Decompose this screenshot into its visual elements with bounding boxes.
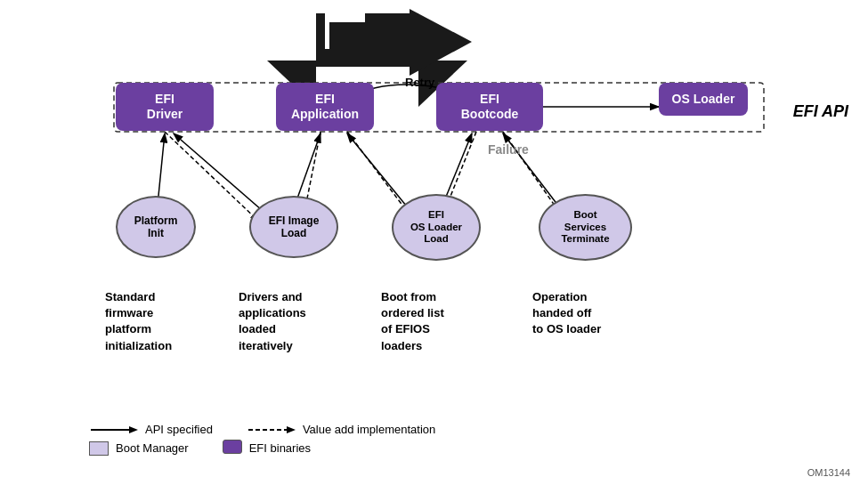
om-label: OM13144: [807, 467, 850, 478]
desc-standard-firmware: Standardfirmwareplatforminitialization: [105, 289, 230, 354]
solid-arrow-icon: [89, 424, 138, 436]
legend-row-boxes: Boot Manager EFI binaries: [89, 440, 435, 457]
efi-api-label: EFI API: [793, 102, 848, 121]
legend-dashed-label: Value add implementation: [303, 423, 435, 436]
efi-os-loader-load-ellipse: EFIOS LoaderLoad: [392, 194, 481, 261]
efi-bootcode-box: EFI Bootcode: [436, 83, 543, 131]
legend: API specified Value add implementation B…: [89, 423, 435, 460]
legend-solid-label: API specified: [145, 423, 213, 436]
desc-operation-handed-off: Operationhanded offto OS loader: [532, 289, 675, 338]
svg-marker-16: [329, 9, 472, 76]
legend-efi-binaries-label: EFI binaries: [249, 441, 311, 455]
legend-row-solid: API specified Value add implementation: [89, 423, 435, 436]
light-box-icon: [89, 441, 109, 456]
retry-label: Retry: [405, 76, 434, 89]
svg-marker-18: [129, 426, 138, 433]
dark-box-icon: [223, 440, 242, 454]
desc-boot-from: Boot fromordered listof EFIOSloaders: [381, 289, 519, 354]
os-loader-box: OS Loader: [659, 83, 748, 116]
dashed-arrow-icon: [247, 424, 296, 436]
efi-driver-box: EFI Driver: [116, 83, 214, 131]
efi-image-load-ellipse: EFI ImageLoad: [249, 196, 338, 258]
desc-drivers-applications: Drivers andapplicationsloadediteratively: [239, 289, 372, 354]
svg-marker-20: [287, 426, 296, 433]
efi-application-box: EFI Application: [276, 83, 374, 131]
platform-init-ellipse: PlatformInit: [116, 196, 196, 258]
boot-services-terminate-ellipse: BootServicesTerminate: [539, 194, 632, 261]
legend-boot-manager-label: Boot Manager: [116, 441, 189, 455]
failure-label: Failure: [488, 142, 529, 157]
big-arrow-icon: [329, 9, 472, 76]
